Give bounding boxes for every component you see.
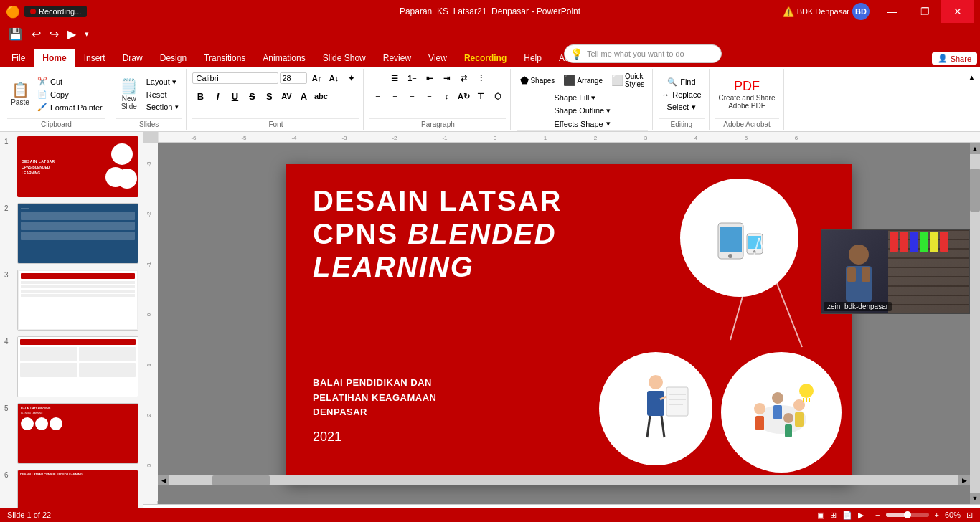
tab-review[interactable]: Review <box>374 49 420 67</box>
slide-thumb-4[interactable]: 4 <box>3 335 140 399</box>
slide-subtitle: BALAI PENDIDIKAN DAN PELATIHAN KEAGAMAAN… <box>313 376 528 420</box>
shapes-button[interactable]: ⬟ Shapes <box>517 72 558 88</box>
reset-button[interactable]: Reset <box>143 89 182 100</box>
vertical-scrollbar[interactable]: ▲ ▼ <box>970 143 980 504</box>
hscroll-track <box>169 475 958 485</box>
tab-file[interactable]: File <box>3 49 34 67</box>
view-normal-icon[interactable]: ▣ <box>817 511 824 520</box>
quick-styles-button[interactable]: ⬜ QuickStyles <box>608 70 648 90</box>
hscroll-thumb[interactable] <box>212 475 270 485</box>
justify-button[interactable]: ≡ <box>421 88 437 104</box>
zoom-plus-button[interactable]: + <box>935 511 939 519</box>
align-center-button[interactable]: ≡ <box>387 88 402 104</box>
tab-help[interactable]: Help <box>515 49 550 67</box>
qat-more-button[interactable]: ▾ <box>82 28 92 40</box>
font-color-button[interactable]: A <box>296 88 311 104</box>
font-name-input[interactable] <box>192 72 278 84</box>
slide-canvas[interactable]: DESAIN LATSAR CPNS BLENDED LEARNING BALA… <box>158 143 980 504</box>
shape-fill-button[interactable]: Shape Fill ▾ <box>551 92 613 104</box>
scroll-up-button[interactable]: ▲ <box>970 143 980 154</box>
scroll-thumb[interactable] <box>970 169 980 212</box>
font-shrink-button[interactable]: A↓ <box>326 70 341 86</box>
adobe-pdf-button[interactable]: PDF Create and ShareAdobe PDF <box>715 77 779 112</box>
tab-animations[interactable]: Animations <box>254 49 314 67</box>
restore-button[interactable]: ❐ <box>908 0 941 23</box>
svg-rect-42 <box>755 416 764 430</box>
ribbon-collapse[interactable]: ▲ <box>966 69 977 130</box>
redo-button[interactable]: ↪ <box>47 26 62 42</box>
align-right-button[interactable]: ≡ <box>404 88 420 104</box>
find-button[interactable]: 🔍Find <box>664 76 698 88</box>
shadow-button[interactable]: S <box>261 88 277 104</box>
minimize-button[interactable]: — <box>875 0 908 23</box>
strikethrough-button[interactable]: S <box>244 88 260 104</box>
align-left-button[interactable]: ≡ <box>369 88 385 104</box>
close-button[interactable]: ✕ <box>941 0 974 23</box>
ruler-h-svg: -6 -5 -4 -3 -2 -1 0 1 2 3 4 5 6 <box>158 132 980 143</box>
tab-draw[interactable]: Draw <box>114 49 151 67</box>
layout-button[interactable]: Layout ▾ <box>143 76 182 88</box>
tab-recording[interactable]: Recording <box>456 49 515 67</box>
copy-button[interactable]: 📄Copy <box>34 88 105 100</box>
paste-button[interactable]: 📋 Paste <box>7 80 33 108</box>
font-size-input[interactable] <box>280 72 307 84</box>
char-spacing-button[interactable]: AV <box>278 88 294 104</box>
zoom-slider[interactable] <box>886 513 929 517</box>
replace-button[interactable]: ↔️Replace <box>659 89 704 100</box>
slide-thumb-3[interactable]: 3 <box>3 268 140 332</box>
numbering-button[interactable]: 1≡ <box>404 70 420 86</box>
align-text-button[interactable]: ⊤ <box>473 88 489 104</box>
new-slide-button[interactable]: 🗒️ NewSlide <box>116 77 142 113</box>
scroll-down-button[interactable]: ▼ <box>970 493 980 504</box>
view-reading-icon[interactable]: 📄 <box>842 511 852 520</box>
view-slideshow-icon[interactable]: ▶ <box>858 511 864 520</box>
tab-home[interactable]: Home <box>34 49 75 67</box>
section-button[interactable]: Section ▾ <box>143 101 182 113</box>
increase-indent-button[interactable]: ⇥ <box>438 70 454 86</box>
horizontal-scrollbar[interactable]: ◀ ▶ <box>158 475 970 485</box>
decrease-indent-button[interactable]: ⇤ <box>421 70 437 86</box>
zoom-minus-button[interactable]: − <box>875 511 880 519</box>
fit-button[interactable]: ⊡ <box>966 511 973 520</box>
tab-insert[interactable]: Insert <box>75 49 114 67</box>
user-avatar[interactable]: BD <box>852 3 870 20</box>
share-button[interactable]: 👤Share <box>932 52 977 65</box>
slide-thumb-1[interactable]: 1 DESAIN LATSAR CPNS BLENDED LEARNING <box>3 135 140 199</box>
italic-button[interactable]: I <box>209 88 225 104</box>
line-spacing-button[interactable]: ↕ <box>438 88 454 104</box>
tab-slideshow[interactable]: Slide Show <box>314 49 374 67</box>
lightbulb-icon: 💡 <box>570 48 583 60</box>
text-highlight-button[interactable]: abc <box>313 88 329 104</box>
view-slide-sorter-icon[interactable]: ⊞ <box>830 511 837 520</box>
bullets-button[interactable]: ☰ <box>387 70 402 86</box>
tab-view[interactable]: View <box>420 49 456 67</box>
font-grow-button[interactable]: A↑ <box>308 70 324 86</box>
tab-transitions[interactable]: Transitions <box>195 49 254 67</box>
cut-button[interactable]: ✂️Cut <box>34 75 105 87</box>
svg-text:1: 1 <box>544 135 547 141</box>
arrange-button[interactable]: ⬛ Arrange <box>560 72 606 88</box>
editing-group-label: Editing <box>659 118 704 128</box>
shape-effects-button[interactable]: Effects Shape ▾ <box>551 118 613 130</box>
rtl-button[interactable]: ⇄ <box>456 70 471 86</box>
select-button[interactable]: Select ▾ <box>664 101 699 113</box>
bold-button[interactable]: B <box>192 88 208 104</box>
text-direction-button[interactable]: A↻ <box>456 88 471 104</box>
scroll-right-button[interactable]: ▶ <box>958 475 970 485</box>
scroll-left-button[interactable]: ◀ <box>158 475 169 485</box>
save-button[interactable]: 💾 <box>6 26 26 42</box>
circle-bottom-left <box>599 352 712 465</box>
tab-design[interactable]: Design <box>151 49 195 67</box>
smart-art-button[interactable]: ⬡ <box>490 88 506 104</box>
columns-button[interactable]: ⋮ <box>473 70 489 86</box>
slide-thumb-2[interactable]: 2 ▬▬▬ <box>3 201 140 265</box>
undo-button[interactable]: ↩ <box>29 26 44 42</box>
format-painter-button[interactable]: 🖌️Format Painter <box>34 101 105 113</box>
slide-thumb-5[interactable]: 5 BALAI LATSAR CPNS BLENDED LEARNING <box>3 402 140 465</box>
shape-outline-button[interactable]: Shape Outline ▾ <box>551 105 613 117</box>
tell-me-bar[interactable]: 💡 Tell me what you want to do <box>564 44 722 63</box>
clear-format-button[interactable]: ✦ <box>343 70 359 86</box>
present-button[interactable]: ▶ <box>65 26 79 42</box>
zoom-handle[interactable] <box>904 511 911 518</box>
underline-button[interactable]: U <box>227 88 242 104</box>
